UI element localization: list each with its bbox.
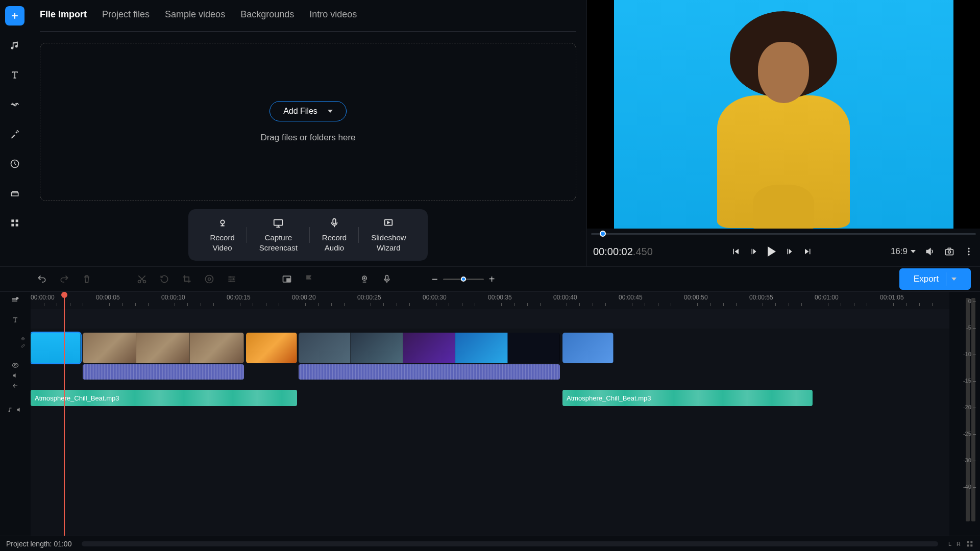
frame-forward-icon[interactable] [785, 247, 794, 256]
svg-rect-6 [274, 220, 283, 226]
link-icon[interactable] [19, 344, 27, 348]
crop-icon[interactable] [182, 274, 192, 284]
zoom-handle[interactable] [461, 277, 466, 282]
delete-icon[interactable] [82, 274, 92, 284]
svg-rect-1 [11, 219, 14, 222]
cut-icon[interactable] [137, 274, 147, 284]
ruler-mark: 00:00:10 [161, 294, 185, 301]
video-clip-1[interactable] [31, 333, 81, 363]
meter-mark: -40 – [963, 484, 976, 490]
settings-sliders-icon[interactable] [227, 274, 237, 284]
horizontal-scrollbar[interactable] [82, 541, 938, 546]
tab-file-import[interactable]: File import [40, 9, 87, 22]
aspect-ratio-selector[interactable]: 16:9 [891, 246, 916, 257]
svg-point-24 [14, 364, 16, 366]
audio-clip-1[interactable]: Atmosphere_Chill_Beat.mp3 [31, 390, 297, 406]
svg-rect-26 [970, 541, 972, 543]
sidebar-music-button[interactable] [5, 36, 24, 55]
pip-icon[interactable] [282, 274, 292, 284]
svg-point-17 [208, 278, 211, 281]
skip-end-icon[interactable] [803, 247, 813, 256]
speaker-icon[interactable] [12, 372, 19, 379]
camera-record-icon [217, 217, 228, 229]
svg-point-21 [364, 278, 365, 279]
frame-back-icon[interactable] [749, 247, 758, 256]
file-dropzone[interactable]: Add Files Drag files or folders here [40, 43, 576, 201]
media-panel: File import Project files Sample videos … [30, 0, 587, 266]
meter-r-label: R [957, 541, 961, 547]
preview-frame[interactable] [587, 0, 980, 229]
webcam-record-icon[interactable] [359, 274, 370, 284]
clip-audio-2[interactable] [299, 364, 560, 380]
svg-rect-4 [16, 224, 18, 227]
sidebar-add-button[interactable] [5, 6, 24, 26]
redo-icon[interactable] [59, 274, 69, 284]
timeline-main[interactable]: 00:00:0000:00:0500:00:1000:00:1500:00:20… [31, 292, 949, 536]
svg-rect-19 [287, 279, 290, 281]
tab-project-files[interactable]: Project files [102, 9, 150, 22]
eye-icon[interactable] [19, 337, 27, 341]
color-adjust-icon[interactable] [204, 274, 214, 284]
mic-record-icon[interactable] [382, 274, 392, 284]
rotate-icon[interactable] [159, 274, 169, 284]
preview-scrubber[interactable] [587, 229, 980, 239]
undo-icon[interactable] [37, 274, 47, 284]
audio-track[interactable]: Atmosphere_Chill_Beat.mp3 Atmosphere_Chi… [31, 390, 949, 411]
qa-label: Slideshow Wizard [371, 233, 406, 253]
flag-marker-icon[interactable] [304, 274, 314, 284]
svg-point-13 [968, 254, 969, 255]
meter-mark: -25 – [963, 431, 976, 437]
skip-start-icon[interactable] [731, 247, 740, 256]
timeline-zoom-slider[interactable]: − + [432, 273, 495, 285]
timecode: 00:00:02.450 [593, 246, 653, 258]
preview-image [614, 0, 953, 229]
sidebar-apps-button[interactable] [5, 213, 24, 233]
timeline-ruler[interactable]: 00:00:0000:00:0500:00:1000:00:1500:00:20… [31, 292, 949, 309]
meter-mark: -20 – [963, 404, 976, 410]
play-button[interactable] [768, 246, 776, 257]
tab-intro-videos[interactable]: Intro videos [309, 9, 357, 22]
zoom-in-icon[interactable]: + [489, 273, 495, 285]
sidebar-text-button[interactable] [5, 65, 24, 85]
scrubber-handle[interactable] [600, 231, 606, 237]
add-files-button[interactable]: Add Files [270, 101, 347, 121]
capture-screencast-button[interactable]: Capture Screencast [247, 215, 310, 255]
ruler-mark: 00:00:35 [488, 294, 512, 301]
svg-rect-28 [970, 544, 972, 546]
sidebar-effects-button[interactable] [5, 124, 24, 144]
add-track-icon[interactable] [11, 296, 20, 305]
svg-rect-3 [11, 224, 14, 227]
audio-clip-2[interactable]: Atmosphere_Chill_Beat.mp3 [562, 390, 813, 406]
export-button[interactable]: Export [899, 268, 971, 290]
video-clip-3[interactable] [246, 333, 297, 363]
qa-label: Capture Screencast [259, 233, 298, 253]
text-track-icon [12, 316, 19, 323]
snapshot-icon[interactable] [944, 246, 954, 257]
grid-view-icon[interactable] [966, 540, 974, 548]
record-audio-button[interactable]: Record Audio [310, 215, 359, 255]
monitor-icon [273, 217, 284, 229]
video-clip-2[interactable] [83, 333, 244, 363]
slideshow-wizard-button[interactable]: Slideshow Wizard [359, 215, 418, 255]
more-options-icon[interactable] [964, 246, 974, 257]
tab-backgrounds[interactable]: Backgrounds [240, 9, 294, 22]
record-video-button[interactable]: Record Video [198, 215, 247, 255]
drag-hint-text: Drag files or folders here [260, 133, 355, 143]
zoom-out-icon[interactable]: − [432, 273, 438, 285]
text-track[interactable] [31, 309, 949, 329]
sidebar-package-button[interactable] [5, 184, 24, 203]
video-clip-5[interactable] [562, 333, 614, 363]
tab-sample-videos[interactable]: Sample videos [165, 9, 225, 22]
video-clip-4[interactable] [299, 333, 560, 363]
volume-icon[interactable] [925, 246, 935, 257]
sidebar-transition-button[interactable] [5, 95, 24, 114]
speaker-icon[interactable] [16, 406, 23, 413]
eye-icon[interactable] [12, 362, 19, 369]
sidebar-clock-button[interactable] [5, 154, 24, 173]
playhead[interactable] [64, 292, 65, 536]
back-arrow-icon[interactable] [12, 382, 19, 389]
meter-l-label: L [948, 541, 951, 547]
ruler-mark: 00:00:05 [96, 294, 120, 301]
clip-audio-1[interactable] [83, 364, 244, 380]
video-track[interactable] [31, 333, 949, 380]
